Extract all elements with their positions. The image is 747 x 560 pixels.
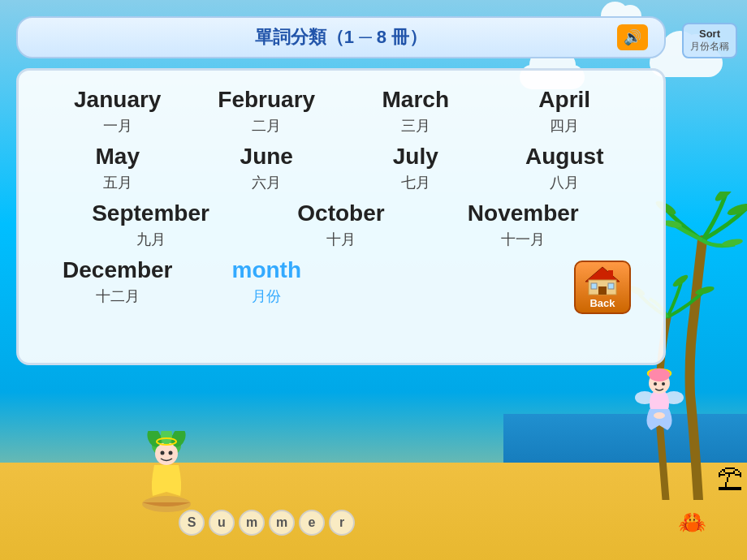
month-english-june: June <box>192 144 342 170</box>
svg-point-12 <box>654 382 657 386</box>
back-house-icon <box>584 265 621 296</box>
month-english-july: July <box>341 144 490 170</box>
month-cell-january[interactable]: January <box>43 87 192 113</box>
month-chinese-september: 九月 <box>43 230 258 249</box>
title-bar: 單詞分類（1 ─ 8 冊） 🔊 <box>16 16 666 58</box>
sort-title: Sort <box>690 28 729 40</box>
month-cell-august[interactable]: August <box>490 144 640 170</box>
month-cell-march[interactable]: March <box>341 87 490 113</box>
month-cell-september[interactable]: September <box>43 200 258 226</box>
month-cell-month[interactable]: month <box>192 257 342 283</box>
svg-rect-5 <box>608 283 614 289</box>
svg-point-11 <box>649 368 670 381</box>
letter-e: e <box>299 510 325 536</box>
month-chinese-february: 二月 <box>192 116 342 136</box>
svg-rect-1 <box>608 270 613 278</box>
month-english-october: October <box>258 200 424 226</box>
sort-category-item[interactable]: 月份名稱 <box>690 40 729 54</box>
svg-point-14 <box>654 412 665 419</box>
month-cell-november[interactable]: November <box>424 200 623 226</box>
months-row-3: September October November 九月 十月 十一月 <box>43 200 639 249</box>
months-english-row-4: December month <box>43 257 639 283</box>
speaker-icon: 🔊 <box>624 28 641 46</box>
back-button-area[interactable]: Back <box>574 261 631 314</box>
months-english-row-2: May June July August <box>43 144 639 170</box>
month-english-april: April <box>490 87 640 113</box>
month-chinese-may: 五月 <box>43 173 192 192</box>
svg-rect-3 <box>598 286 607 295</box>
month-english-march: March <box>341 87 490 113</box>
speaker-button[interactable]: 🔊 <box>617 24 648 50</box>
month-chinese-december: 十二月 <box>43 286 192 306</box>
month-chinese-october: 十月 <box>258 230 424 249</box>
page-title: 單詞分類（1 ─ 8 冊） <box>255 25 427 50</box>
svg-point-20 <box>161 451 165 455</box>
letter-m1: m <box>239 510 265 536</box>
months-chinese-row-2: 五月 六月 七月 八月 <box>43 171 639 192</box>
letter-m2: m <box>269 510 295 536</box>
angel-character <box>635 367 684 442</box>
months-english-row-1: January February March April <box>43 87 639 113</box>
letter-s: S <box>179 510 205 536</box>
month-chinese-january: 一月 <box>43 116 192 136</box>
crab-decoration: 🦀 <box>678 509 706 536</box>
svg-marker-0 <box>585 267 620 282</box>
month-chinese-july: 七月 <box>341 173 490 192</box>
content-card: January February March April 一月 二月 三月 四月 <box>16 68 666 365</box>
month-chinese-august: 八月 <box>490 173 640 192</box>
bottom-letters: S u m m e r <box>179 510 355 536</box>
svg-point-13 <box>662 382 665 386</box>
months-chinese-row-1: 一月 二月 三月 四月 <box>43 114 639 136</box>
month-english-december: December <box>43 257 192 283</box>
back-label: Back <box>589 297 615 309</box>
month-cell-july[interactable]: July <box>341 144 490 170</box>
beach-umbrella: ⛱ <box>717 465 743 495</box>
month-english-november: November <box>424 200 623 226</box>
months-chinese-row-3: 九月 十月 十一月 <box>43 228 639 249</box>
letter-r: r <box>329 510 355 536</box>
month-cell-february[interactable]: February <box>192 87 342 113</box>
month-english-february: February <box>192 87 342 113</box>
month-chinese-november: 十一月 <box>424 230 623 249</box>
main-area: 單詞分類（1 ─ 8 冊） 🔊 January February March A… <box>16 16 666 365</box>
month-english-january: January <box>43 87 192 113</box>
months-row-4: December month 十二月 月份 <box>43 257 639 306</box>
svg-point-21 <box>169 451 173 455</box>
sort-panel[interactable]: Sort 月份名稱 <box>682 23 737 58</box>
month-english-may: May <box>43 144 192 170</box>
month-english-august: August <box>490 144 640 170</box>
month-english-september: September <box>43 200 258 226</box>
month-cell-december[interactable]: December <box>43 257 192 283</box>
green-character <box>138 431 195 515</box>
month-chinese-month: 月份 <box>192 286 342 306</box>
month-cell-may[interactable]: May <box>43 144 192 170</box>
months-row-1: January February March April 一月 二月 三月 四月 <box>43 87 639 136</box>
month-cell-april[interactable]: April <box>490 87 640 113</box>
svg-rect-4 <box>591 283 597 289</box>
letter-u: u <box>209 510 235 536</box>
month-chinese-april: 四月 <box>490 116 640 136</box>
month-cell-june[interactable]: June <box>192 144 342 170</box>
months-chinese-row-4: 十二月 月份 <box>43 285 639 306</box>
month-chinese-june: 六月 <box>192 173 342 192</box>
months-english-row-3: September October November <box>43 200 639 226</box>
months-row-2: May June July August 五月 六月 七月 八月 <box>43 144 639 192</box>
month-english-month: month <box>192 257 342 283</box>
month-chinese-march: 三月 <box>341 116 490 136</box>
month-cell-october[interactable]: October <box>258 200 424 226</box>
